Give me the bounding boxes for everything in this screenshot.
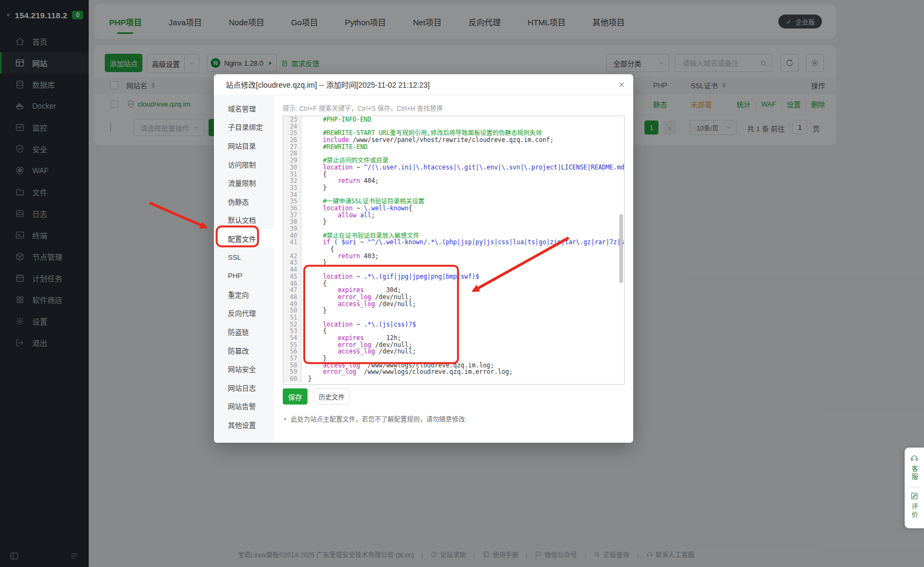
baota-panel-page: 154.219.118.2 0 首页网站数据库Docker监控安全WAF文件日志… [0,0,924,567]
code-line: 30 location ~ ^/(\.user.ini|\.htaccess|\… [283,164,624,171]
customer-service-button[interactable]: 客服 [910,454,919,481]
editor-scrollbar-thumb[interactable] [619,214,623,283]
code-line: 56 access_log /dev/null; [283,348,624,355]
code-line: 50 } [283,307,624,314]
code-line: 52 location ~ .*\.(js|css)?$ [283,321,624,328]
modal-menu-php[interactable]: PHP [214,266,274,285]
config-note: • 此处为站点主配置文件，若您不了解配置规则，请勿随意修改. [284,414,467,423]
modal-menu-subdir[interactable]: 子目录绑定 [214,118,274,137]
modal-menu: 域名管理子目录绑定网站目录访问限制流量限制伪静态默认文档配置文件SSLPHP重定… [214,95,274,443]
modal-menu-access-limit[interactable]: 访问限制 [214,155,274,174]
modal-menu-site-security[interactable]: 网站安全 [214,359,274,378]
modal-menu-domain[interactable]: 域名管理 [214,99,274,118]
review-button[interactable]: 评价 [910,492,919,519]
divider [909,487,920,487]
modal-menu-traffic-limit[interactable]: 流量限制 [214,173,274,192]
code-line: 41 if ( $uri ~ "^/\.well-known/.*\.(php|… [283,239,624,246]
headset-icon [910,454,919,463]
service-label: 客服 [910,465,919,481]
modal-menu-reverse-proxy[interactable]: 反向代理 [214,304,274,323]
modal-menu-other-settings[interactable]: 其他设置 [214,415,274,434]
pencil-icon [910,492,919,500]
site-edit-modal: 站点修改[cloudreve.qzq.im] -- 添加时间[2025-11-0… [214,74,633,443]
code-line: 32 return 404; [283,178,624,185]
modal-menu-hotlink[interactable]: 防盗链 [214,322,274,341]
modal-menu-redirect[interactable]: 重定向 [214,285,274,304]
code-line: 43 } [283,259,624,266]
code-line: 59 error_log /www/wwwlogs/cloudreve.qzq.… [283,368,624,375]
code-line: 33 } [283,185,624,192]
code-line: 45 location ~ .*\.(gif|jpg|jpeg|png|bmp|… [283,273,624,280]
history-file-button[interactable]: 历史文件 [314,388,349,405]
modal-close-icon[interactable]: × [618,79,625,90]
modal-menu-ssl[interactable]: SSL [214,248,274,267]
modal-menu-rewrite[interactable]: 伪静态 [214,192,274,211]
code-line: 42 return 403; [283,253,624,260]
code-line: 37 allow all; [283,212,624,219]
modal-header: 站点修改[cloudreve.qzq.im] -- 添加时间[2025-11-0… [214,74,633,95]
modal-menu-default-doc[interactable]: 默认文档 [214,211,274,230]
code-line: 23 #PHP-INFO-END [283,116,624,123]
code-line: 49 access_log /dev/null; [283,301,624,308]
modal-title: 站点修改[cloudreve.qzq.im] -- 添加时间[2025-11-0… [226,79,429,90]
floating-service-widget: 客服 评价 [905,448,924,528]
modal-menu-site-dir[interactable]: 网站目录 [214,136,274,155]
modal-menu-config-file[interactable]: 配置文件 [214,229,274,248]
modal-menu-site-log[interactable]: 网站日志 [214,378,274,397]
code-line: 38 } [283,218,624,225]
modal-body: 提示: Ctrl+F 搜索关键字，Ctrl+S 保存，Ctrl+H 查找替换 2… [274,95,633,443]
modal-menu-tamper-proof[interactable]: 防篡改 [214,341,274,360]
code-line: 27 #REWRITE-END [283,144,624,151]
config-file-editor[interactable]: 23 #PHP-INFO-END2425 #REWRITE-START URL重… [283,116,625,385]
code-line: 60} [283,375,624,382]
review-label: 评价 [910,503,919,519]
editor-hint: 提示: Ctrl+F 搜索关键字，Ctrl+S 保存，Ctrl+H 查找替换 [283,103,443,112]
modal-menu-site-alert[interactable]: 网站告警 [214,397,274,416]
save-button[interactable]: 保存 [283,388,307,405]
